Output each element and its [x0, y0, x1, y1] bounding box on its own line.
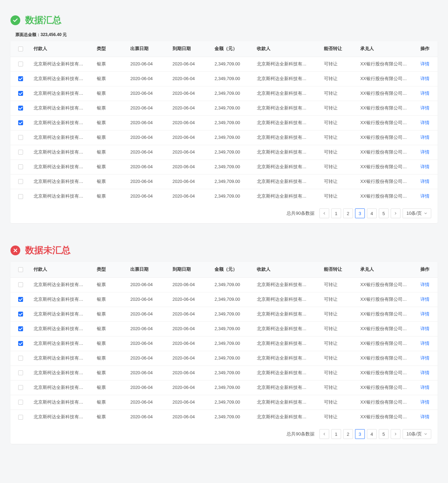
cell-issue-date: 2020-06-04 [128, 336, 170, 351]
table-row: 北京斯柯达全新科技有…银票2020-06-042020-06-042,349,7… [10, 336, 438, 351]
table-header-row: 付款人类型出票日期到期日期金额（元）收款人能否转让承兑人操作 [10, 262, 438, 277]
row-checkbox[interactable] [18, 76, 23, 81]
detail-link[interactable]: 详情 [420, 179, 429, 184]
row-checkbox-cell [10, 115, 31, 130]
cell-acceptor: XX银行股份有限公司… [357, 321, 412, 336]
pagination-page[interactable]: 1 [331, 429, 341, 439]
pagination-page-size[interactable]: 10条/页 [403, 429, 431, 439]
pagination-prev[interactable] [319, 429, 329, 439]
cell-payee: 北京斯柯达全新科技有… [254, 351, 321, 365]
cell-acceptor: XX银行股份有限公司… [357, 57, 412, 71]
row-checkbox-cell [10, 395, 31, 410]
pagination-page[interactable]: 2 [343, 208, 353, 218]
cell-action: 详情 [412, 101, 438, 115]
table-row: 北京斯柯达全新科技有…银票2020-06-042020-06-042,349,7… [10, 307, 438, 321]
pagination-page[interactable]: 3 [355, 429, 365, 439]
detail-link[interactable]: 详情 [420, 312, 429, 317]
select-all-checkbox[interactable] [18, 267, 23, 272]
row-checkbox[interactable] [18, 282, 23, 287]
detail-link[interactable]: 详情 [420, 135, 429, 140]
row-checkbox[interactable] [18, 356, 23, 361]
detail-link[interactable]: 详情 [420, 282, 429, 287]
pagination-next[interactable] [391, 208, 400, 218]
cell-type: 银票 [94, 292, 128, 307]
row-checkbox[interactable] [18, 400, 23, 405]
cell-type: 银票 [94, 71, 128, 86]
header-action: 操作 [412, 41, 438, 57]
detail-link[interactable]: 详情 [420, 194, 429, 199]
cell-payee: 北京斯柯达全新科技有… [254, 277, 321, 292]
pagination-page[interactable]: 1 [331, 208, 341, 218]
detail-link[interactable]: 详情 [420, 297, 429, 302]
cell-payee: 北京斯柯达全新科技有… [254, 115, 321, 130]
pagination-page[interactable]: 2 [343, 429, 353, 439]
cell-payee: 北京斯柯达全新科技有… [254, 292, 321, 307]
detail-link[interactable]: 详情 [420, 326, 429, 331]
data-table-card: 付款人类型出票日期到期日期金额（元）收款人能否转让承兑人操作北京斯柯达全新科技有… [10, 262, 438, 444]
row-checkbox[interactable] [18, 91, 23, 96]
row-checkbox[interactable] [18, 341, 23, 346]
pagination-page-size[interactable]: 10条/页 [403, 208, 431, 218]
cell-due-date: 2020-06-04 [170, 380, 212, 395]
pagination: 总共90条数据1234510条/页 [10, 424, 438, 444]
row-checkbox[interactable] [18, 312, 23, 317]
detail-link[interactable]: 详情 [420, 150, 429, 155]
row-checkbox[interactable] [18, 135, 23, 140]
cell-payer: 北京斯柯达全新科技有… [31, 71, 94, 86]
detail-link[interactable]: 详情 [420, 400, 429, 405]
row-checkbox[interactable] [18, 179, 23, 184]
table-row: 北京斯柯达全新科技有…银票2020-06-042020-06-042,349,7… [10, 410, 438, 424]
cell-issue-date: 2020-06-04 [128, 174, 170, 189]
cell-acceptor: XX银行股份有限公司… [357, 145, 412, 159]
cell-type: 银票 [94, 365, 128, 380]
pagination-page[interactable]: 5 [379, 208, 389, 218]
row-checkbox[interactable] [18, 385, 23, 390]
detail-link[interactable]: 详情 [420, 341, 429, 346]
row-checkbox[interactable] [18, 164, 23, 169]
row-checkbox-cell [10, 145, 31, 159]
cell-type: 银票 [94, 307, 128, 321]
cell-amount: 2,349,709.00 [212, 145, 254, 159]
pagination-page[interactable]: 4 [367, 429, 377, 439]
row-checkbox[interactable] [18, 370, 23, 375]
header-payer: 付款人 [31, 262, 94, 277]
pagination-page[interactable]: 3 [355, 208, 365, 218]
data-table-card: 付款人类型出票日期到期日期金额（元）收款人能否转让承兑人操作北京斯柯达全新科技有… [10, 41, 438, 223]
detail-link[interactable]: 详情 [420, 62, 429, 66]
detail-link[interactable]: 详情 [420, 356, 429, 361]
detail-link[interactable]: 详情 [420, 120, 429, 125]
cell-due-date: 2020-06-04 [170, 174, 212, 189]
detail-link[interactable]: 详情 [420, 91, 429, 96]
row-checkbox-cell [10, 71, 31, 86]
cell-type: 银票 [94, 380, 128, 395]
row-checkbox[interactable] [18, 120, 23, 125]
detail-link[interactable]: 详情 [420, 370, 429, 375]
pagination-next[interactable] [391, 429, 400, 439]
detail-link[interactable]: 详情 [420, 164, 429, 169]
row-checkbox[interactable] [18, 106, 23, 111]
detail-link[interactable]: 详情 [420, 414, 429, 419]
pagination-page[interactable]: 4 [367, 208, 377, 218]
header-type: 类型 [94, 41, 128, 57]
cell-action: 详情 [412, 277, 438, 292]
detail-link[interactable]: 详情 [420, 385, 429, 390]
detail-link[interactable]: 详情 [420, 106, 429, 111]
cell-amount: 2,349,709.00 [212, 292, 254, 307]
row-checkbox[interactable] [18, 297, 23, 302]
cell-due-date: 2020-06-04 [170, 159, 212, 174]
pagination-prev[interactable] [319, 208, 329, 218]
row-checkbox[interactable] [18, 194, 23, 199]
row-checkbox[interactable] [18, 326, 23, 331]
table-row: 北京斯柯达全新科技有…银票2020-06-042020-06-042,349,7… [10, 159, 438, 174]
cell-amount: 2,349,709.00 [212, 410, 254, 424]
section-title: 数据汇总 [25, 14, 62, 26]
cell-transfer: 可转让 [321, 410, 357, 424]
detail-link[interactable]: 详情 [420, 76, 429, 81]
select-all-checkbox[interactable] [18, 47, 23, 51]
pagination-page[interactable]: 5 [379, 429, 389, 439]
row-checkbox[interactable] [18, 415, 23, 420]
cell-type: 银票 [94, 410, 128, 424]
row-checkbox[interactable] [18, 150, 23, 155]
cell-payee: 北京斯柯达全新科技有… [254, 410, 321, 424]
row-checkbox[interactable] [18, 62, 23, 66]
